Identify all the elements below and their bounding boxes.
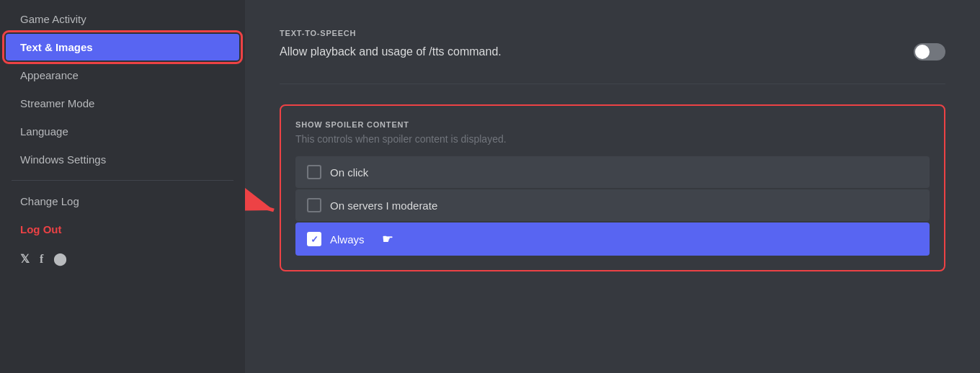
spoiler-option-always[interactable]: Always ☛	[295, 223, 930, 256]
spoiler-section-label: SHOW SPOILER CONTENT	[295, 120, 930, 129]
sidebar-item-windows-settings[interactable]: Windows Settings	[6, 146, 239, 173]
sidebar-item-change-log[interactable]: Change Log	[6, 188, 239, 215]
checkbox-on-click	[307, 165, 321, 179]
sidebar-item-language[interactable]: Language	[6, 118, 239, 145]
spoiler-option-on-servers-label: On servers I moderate	[330, 199, 437, 212]
twitter-icon[interactable]: 𝕏	[20, 252, 30, 266]
social-icons: 𝕏 f ⬤	[6, 244, 239, 274]
instagram-icon[interactable]: ⬤	[53, 251, 67, 266]
spoiler-option-on-servers[interactable]: On servers I moderate	[295, 189, 930, 221]
spoiler-option-on-click[interactable]: On click	[295, 156, 930, 188]
facebook-icon[interactable]: f	[40, 253, 43, 266]
sidebar-item-text-images[interactable]: Text & Images	[6, 34, 239, 60]
tts-row: Allow playback and usage of /tts command…	[280, 43, 945, 60]
checkbox-on-servers	[307, 198, 321, 212]
sidebar-item-log-out[interactable]: Log Out	[6, 216, 239, 243]
tts-toggle[interactable]	[914, 43, 945, 60]
spoiler-options: On click On servers I moderate Always ☛	[295, 156, 930, 256]
spoiler-option-always-label: Always	[330, 233, 365, 246]
sidebar-item-appearance[interactable]: Appearance	[6, 62, 239, 89]
sidebar-item-game-activity[interactable]: Game Activity	[6, 6, 239, 32]
spoiler-section: SHOW SPOILER CONTENT This controls when …	[280, 104, 945, 271]
main-content: TEXT-TO-SPEECH Allow playback and usage …	[245, 0, 980, 373]
arrow-svg	[245, 142, 281, 235]
tts-section-label: TEXT-TO-SPEECH	[280, 29, 945, 37]
sidebar-item-streamer-mode[interactable]: Streamer Mode	[6, 90, 239, 117]
section-divider	[280, 84, 945, 84]
tts-description: Allow playback and usage of /tts command…	[280, 45, 502, 58]
cursor-icon: ☛	[382, 231, 393, 247]
tts-section: TEXT-TO-SPEECH Allow playback and usage …	[280, 29, 945, 60]
spoiler-option-on-click-label: On click	[330, 166, 368, 179]
spoiler-subtitle: This controls when spoiler content is di…	[295, 133, 930, 145]
checkbox-always	[307, 232, 321, 246]
arrow-container	[245, 142, 281, 238]
sidebar: Game Activity Text & Images Appearance S…	[0, 0, 245, 373]
sidebar-divider	[12, 180, 233, 181]
